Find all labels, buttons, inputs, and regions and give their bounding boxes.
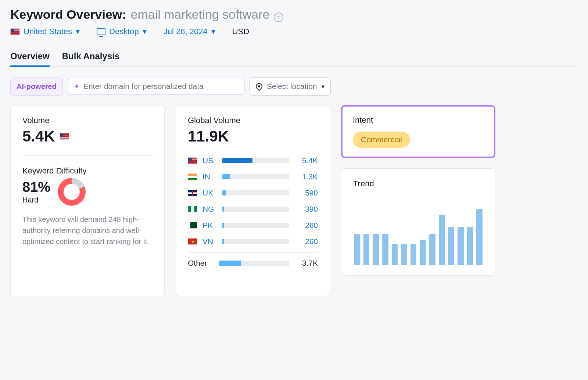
country-code: US	[202, 156, 217, 165]
chevron-down-icon: ▾	[211, 27, 215, 36]
trend-bar	[392, 244, 398, 265]
chevron-down-icon: ▾	[76, 27, 80, 36]
date-filter[interactable]: Jul 26, 2024 ▾	[164, 27, 215, 36]
global-volume-row[interactable]: VN260	[188, 233, 318, 250]
global-volume-value-text: 11.9K	[188, 128, 229, 145]
global-volume-row[interactable]: UK590	[188, 185, 318, 201]
device-filter[interactable]: Desktop ▾	[97, 27, 147, 36]
country-code: NG	[202, 205, 217, 214]
global-volume-row[interactable]: NG390	[188, 201, 318, 217]
right-column: Intent Commercial Trend	[341, 105, 495, 276]
device-filter-label: Desktop	[109, 27, 139, 36]
volume-bar	[222, 174, 289, 179]
volume-bar	[222, 223, 289, 228]
global-volume-other-row: Other3.7K	[188, 252, 318, 271]
country-code: UK	[202, 189, 217, 197]
ai-powered-badge: AI-powered	[10, 78, 63, 96]
trend-bar-chart	[353, 195, 483, 265]
page-header: Keyword Overview: email marketing softwa…	[10, 7, 578, 22]
country-volume-value: 390	[294, 205, 318, 214]
country-volume-value: 260	[294, 237, 318, 246]
global-volume-value: 11.9K	[188, 128, 318, 145]
trend-bar	[401, 244, 407, 265]
country-filter[interactable]: United States ▾	[10, 27, 80, 36]
currency-label: USD	[232, 27, 249, 36]
location-select[interactable]: Select location ▾	[250, 77, 331, 96]
volume-value: 5.4K	[22, 128, 153, 145]
global-volume-row[interactable]: IN1.3K	[188, 169, 318, 185]
global-volume-card: Global Volume 11.9K US5.4KIN1.3KUK590NG3…	[176, 105, 330, 296]
trend-bar	[467, 227, 473, 265]
country-flag-icon	[188, 222, 197, 229]
country-flag-icon	[188, 238, 197, 245]
tab-bulk-analysis[interactable]: Bulk Analysis	[62, 47, 120, 67]
trend-bar	[458, 227, 464, 265]
country-code: PK	[202, 221, 217, 230]
chevron-down-icon: ▾	[322, 83, 325, 90]
trend-bar	[439, 215, 445, 265]
intent-value-pill: Commercial	[353, 132, 410, 148]
kd-label: Keyword Difficulty	[22, 166, 153, 176]
intent-card: Intent Commercial	[341, 105, 495, 158]
country-flag-icon	[188, 190, 197, 196]
kd-row: 81% Hard	[22, 178, 153, 206]
global-volume-country-list: US5.4KIN1.3KUK590NG390PK260VN260Other3.7…	[188, 153, 318, 271]
us-flag-icon	[60, 133, 69, 140]
volume-value-text: 5.4K	[22, 128, 55, 145]
divider	[22, 155, 153, 156]
trend-bar	[354, 234, 360, 265]
date-filter-label: Jul 26, 2024	[164, 27, 208, 36]
chevron-down-icon: ▾	[143, 27, 147, 36]
filters-row: United States ▾ Desktop ▾ Jul 26, 2024 ▾…	[10, 27, 578, 36]
trend-bar	[420, 240, 426, 265]
volume-bar	[222, 207, 289, 212]
domain-input-wrap[interactable]: ✦	[68, 78, 244, 95]
global-volume-row[interactable]: US5.4K	[188, 153, 318, 169]
trend-bar	[410, 244, 417, 265]
country-code: VN	[202, 237, 217, 246]
us-flag-icon	[10, 28, 20, 35]
trend-card: Trend	[341, 168, 495, 276]
country-volume-value: 5.4K	[294, 156, 318, 165]
country-flag-icon	[188, 173, 197, 180]
location-pin-icon	[254, 82, 263, 91]
kd-percentage: 81%	[22, 179, 50, 195]
location-select-label: Select location	[267, 82, 317, 91]
global-volume-label: Global Volume	[188, 116, 318, 125]
trend-bar	[373, 234, 379, 265]
trend-bar	[363, 234, 370, 265]
trend-bar	[448, 227, 454, 265]
volume-label: Volume	[22, 116, 153, 125]
kd-rating: Hard	[22, 196, 50, 204]
other-label: Other	[188, 259, 214, 268]
kd-donut-chart	[58, 178, 86, 206]
trend-bar	[476, 209, 483, 265]
tab-overview[interactable]: Overview	[10, 47, 50, 67]
country-volume-value: 260	[294, 221, 318, 230]
page-title-label: Keyword Overview:	[10, 7, 126, 22]
volume-bar	[219, 261, 289, 266]
trend-bar	[429, 234, 435, 265]
tabs-row: Overview Bulk Analysis	[10, 47, 578, 67]
volume-bar	[222, 158, 289, 163]
kd-description: This keyword will demand 248 high-author…	[22, 214, 153, 247]
add-keyword-button[interactable]: +	[274, 12, 283, 22]
trend-bar	[382, 234, 388, 265]
volume-card: Volume 5.4K Keyword Difficulty 81% Hard …	[10, 105, 165, 296]
country-filter-label: United States	[24, 27, 72, 36]
page-title-keyword: email marketing software	[131, 7, 270, 22]
domain-input[interactable]	[83, 82, 239, 91]
volume-bar	[222, 190, 289, 196]
sparkle-icon: ✦	[74, 82, 80, 91]
kd-values: 81% Hard	[22, 179, 50, 204]
global-volume-row[interactable]: PK260	[188, 217, 318, 233]
desktop-icon	[97, 28, 105, 35]
metrics-cards-row: Volume 5.4K Keyword Difficulty 81% Hard …	[10, 105, 578, 296]
controls-row: AI-powered ✦ Select location ▾	[10, 77, 578, 96]
trend-label: Trend	[353, 179, 483, 189]
country-flag-icon	[188, 206, 197, 212]
volume-bar	[222, 239, 289, 244]
intent-label: Intent	[353, 115, 484, 125]
country-volume-value: 590	[294, 189, 318, 197]
country-code: IN	[202, 172, 217, 181]
